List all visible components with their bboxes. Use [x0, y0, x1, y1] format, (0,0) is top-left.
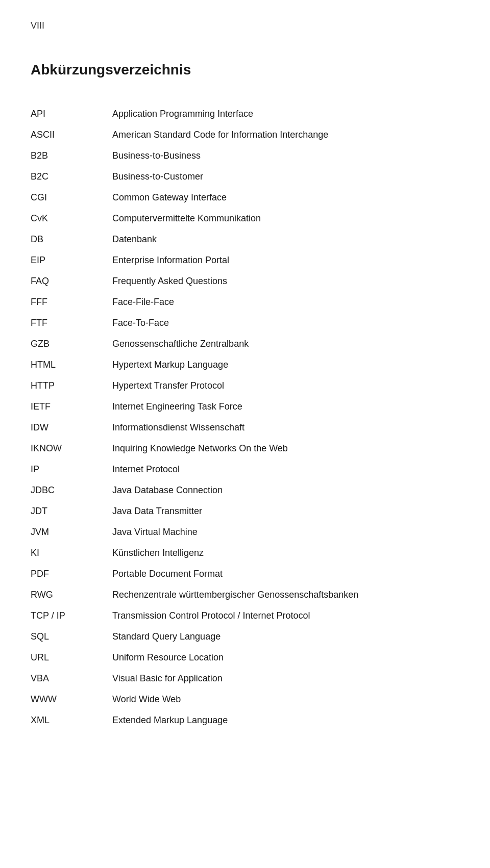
abbreviation-cell: B2C	[31, 166, 112, 187]
abbreviation-cell: FFF	[31, 292, 112, 313]
abbreviation-cell: TCP / IP	[31, 605, 112, 626]
abbreviation-cell: JDT	[31, 501, 112, 522]
table-row: TCP / IPTransmission Control Protocol / …	[31, 605, 459, 626]
page-number: VIII	[31, 20, 459, 31]
table-row: KIKünstlichen Intelligenz	[31, 543, 459, 564]
abbreviation-cell: HTML	[31, 354, 112, 375]
abbreviation-cell: FAQ	[31, 271, 112, 292]
table-row: HTMLHypertext Markup Language	[31, 354, 459, 375]
abbreviation-cell: PDF	[31, 564, 112, 584]
abbreviation-cell: ASCII	[31, 124, 112, 145]
abbreviation-cell: FTF	[31, 313, 112, 334]
abbreviation-cell: IETF	[31, 396, 112, 417]
table-row: XMLExtended Markup Language	[31, 710, 459, 731]
table-row: FTFFace-To-Face	[31, 313, 459, 334]
abbreviation-cell: B2B	[31, 145, 112, 166]
definition-cell: Extended Markup Language	[112, 710, 459, 731]
abbreviation-cell: CvK	[31, 208, 112, 229]
table-row: JDBCJava Database Connection	[31, 480, 459, 501]
definition-cell: Application Programming Interface	[112, 104, 459, 124]
table-row: RWGRechenzentrale württembergischer Geno…	[31, 584, 459, 605]
table-row: GZBGenossenschaftliche Zentralbank	[31, 334, 459, 354]
abbreviation-cell: HTTP	[31, 375, 112, 396]
table-row: CGICommon Gateway Interface	[31, 187, 459, 208]
table-row: FFFFace-File-Face	[31, 292, 459, 313]
definition-cell: Enterprise Information Portal	[112, 250, 459, 271]
definition-cell: Uniform Resource Location	[112, 647, 459, 668]
abbreviation-cell: RWG	[31, 584, 112, 605]
definition-cell: Face-To-Face	[112, 313, 459, 334]
abbreviation-cell: JVM	[31, 522, 112, 543]
table-row: SQLStandard Query Language	[31, 626, 459, 647]
abbreviation-cell: API	[31, 104, 112, 124]
abbreviation-cell: WWW	[31, 689, 112, 710]
table-row: DBDatenbank	[31, 229, 459, 250]
definition-cell: Inquiring Knowledge Networks On the Web	[112, 438, 459, 459]
abbreviation-cell: EIP	[31, 250, 112, 271]
abbreviation-cell: VBA	[31, 668, 112, 689]
definition-cell: Business-to-Customer	[112, 166, 459, 187]
abbreviation-cell: KI	[31, 543, 112, 564]
definition-cell: Datenbank	[112, 229, 459, 250]
definition-cell: Hypertext Markup Language	[112, 354, 459, 375]
definition-cell: Genossenschaftliche Zentralbank	[112, 334, 459, 354]
definition-cell: Internet Protocol	[112, 459, 459, 480]
table-row: URLUniform Resource Location	[31, 647, 459, 668]
abbreviation-cell: JDBC	[31, 480, 112, 501]
table-row: IKNOWInquiring Knowledge Networks On the…	[31, 438, 459, 459]
definition-cell: Java Virtual Machine	[112, 522, 459, 543]
definition-cell: Informationsdienst Wissenschaft	[112, 417, 459, 438]
definition-cell: Frequently Asked Questions	[112, 271, 459, 292]
table-row: IDWInformationsdienst Wissenschaft	[31, 417, 459, 438]
page-title: Abkürzungsverzeichnis	[31, 62, 459, 78]
table-row: IETFInternet Engineering Task Force	[31, 396, 459, 417]
definition-cell: Rechenzentrale württembergischer Genosse…	[112, 584, 459, 605]
definition-cell: Common Gateway Interface	[112, 187, 459, 208]
definition-cell: Transmission Control Protocol / Internet…	[112, 605, 459, 626]
abbreviation-cell: GZB	[31, 334, 112, 354]
abbreviation-cell: IKNOW	[31, 438, 112, 459]
definition-cell: Portable Document Format	[112, 564, 459, 584]
table-row: FAQFrequently Asked Questions	[31, 271, 459, 292]
table-row: JDTJava Data Transmitter	[31, 501, 459, 522]
definition-cell: Hypertext Transfer Protocol	[112, 375, 459, 396]
table-row: CvKComputervermittelte Kommunikation	[31, 208, 459, 229]
abbreviation-cell: IP	[31, 459, 112, 480]
table-row: EIPEnterprise Information Portal	[31, 250, 459, 271]
definition-cell: Business-to-Business	[112, 145, 459, 166]
abbreviation-cell: CGI	[31, 187, 112, 208]
definition-cell: Face-File-Face	[112, 292, 459, 313]
table-row: B2BBusiness-to-Business	[31, 145, 459, 166]
table-row: VBAVisual Basic for Application	[31, 668, 459, 689]
abbreviation-cell: IDW	[31, 417, 112, 438]
definition-cell: Künstlichen Intelligenz	[112, 543, 459, 564]
table-row: ASCIIAmerican Standard Code for Informat…	[31, 124, 459, 145]
table-row: WWWWorld Wide Web	[31, 689, 459, 710]
table-row: PDFPortable Document Format	[31, 564, 459, 584]
table-row: B2CBusiness-to-Customer	[31, 166, 459, 187]
definition-cell: Internet Engineering Task Force	[112, 396, 459, 417]
abbreviation-cell: SQL	[31, 626, 112, 647]
definition-cell: Standard Query Language	[112, 626, 459, 647]
definition-cell: Visual Basic for Application	[112, 668, 459, 689]
abbreviation-table: APIApplication Programming InterfaceASCI…	[31, 104, 459, 731]
table-row: JVMJava Virtual Machine	[31, 522, 459, 543]
definition-cell: American Standard Code for Information I…	[112, 124, 459, 145]
definition-cell: Java Data Transmitter	[112, 501, 459, 522]
definition-cell: Computervermittelte Kommunikation	[112, 208, 459, 229]
definition-cell: Java Database Connection	[112, 480, 459, 501]
table-row: IPInternet Protocol	[31, 459, 459, 480]
definition-cell: World Wide Web	[112, 689, 459, 710]
table-row: APIApplication Programming Interface	[31, 104, 459, 124]
abbreviation-cell: DB	[31, 229, 112, 250]
abbreviation-cell: URL	[31, 647, 112, 668]
abbreviation-cell: XML	[31, 710, 112, 731]
table-row: HTTPHypertext Transfer Protocol	[31, 375, 459, 396]
